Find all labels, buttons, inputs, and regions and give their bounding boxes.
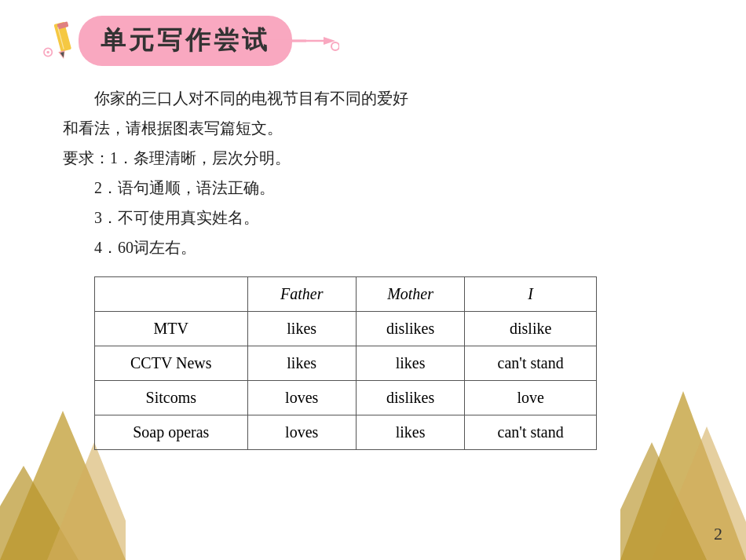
table-row: Soap operasloveslikescan't stand <box>95 415 597 450</box>
table-cell-category: Soap operas <box>95 415 248 450</box>
table-cell-value: dislikes <box>356 381 464 415</box>
table-header-mother: Mother <box>356 277 464 312</box>
req3: 3．不可使用真实姓名。 <box>94 203 683 232</box>
table-cell-value: love <box>465 381 597 415</box>
page-number: 2 <box>714 524 722 544</box>
req4: 4．60词左右。 <box>94 232 683 262</box>
instructions-block: 你家的三口人对不同的电视节目有不同的爱好 和看法，请根据图表写篇短文。 要求：1… <box>63 83 683 262</box>
table-cell-value: likes <box>356 346 464 381</box>
table-cell-value: can't stand <box>465 415 597 450</box>
table-cell-value: loves <box>247 381 356 415</box>
req2: 2．语句通顺，语法正确。 <box>94 173 683 203</box>
intro-line1: 你家的三口人对不同的电视节目有不同的爱好 <box>94 83 683 113</box>
svg-point-15 <box>331 42 339 50</box>
table-header-empty <box>95 277 248 312</box>
table-row: CCTV Newslikeslikescan't stand <box>95 346 597 381</box>
table-cell-value: can't stand <box>465 346 597 381</box>
table-row: MTVlikesdislikesdislike <box>95 312 597 346</box>
table-cell-value: likes <box>247 312 356 346</box>
table-cell-value: dislikes <box>356 312 464 346</box>
table-row: Sitcomslovesdislikeslove <box>95 381 597 415</box>
req1: 要求：1．条理清晰，层次分明。 <box>63 143 683 173</box>
table-cell-value: likes <box>247 346 356 381</box>
table-header-i: I <box>465 277 597 312</box>
table-cell-value: loves <box>247 415 356 450</box>
table-container: FatherMotherIMTVlikesdislikesdislikeCCTV… <box>63 276 683 450</box>
table-cell-value: dislike <box>465 312 597 346</box>
table-header-father: Father <box>247 277 356 312</box>
intro-line2: 和看法，请根据图表写篇短文。 <box>63 113 683 143</box>
svg-point-12 <box>46 51 49 53</box>
table-cell-category: Sitcoms <box>95 381 248 415</box>
title-bubble: 单元写作尝试 <box>79 16 292 66</box>
table-cell-value: likes <box>356 415 464 450</box>
title-area: 单元写作尝试 <box>39 16 683 66</box>
tv-preferences-table: FatherMotherIMTVlikesdislikesdislikeCCTV… <box>94 276 597 450</box>
table-cell-category: MTV <box>95 312 248 346</box>
table-cell-category: CCTV News <box>95 346 248 381</box>
page-title: 单元写作尝试 <box>101 24 270 58</box>
